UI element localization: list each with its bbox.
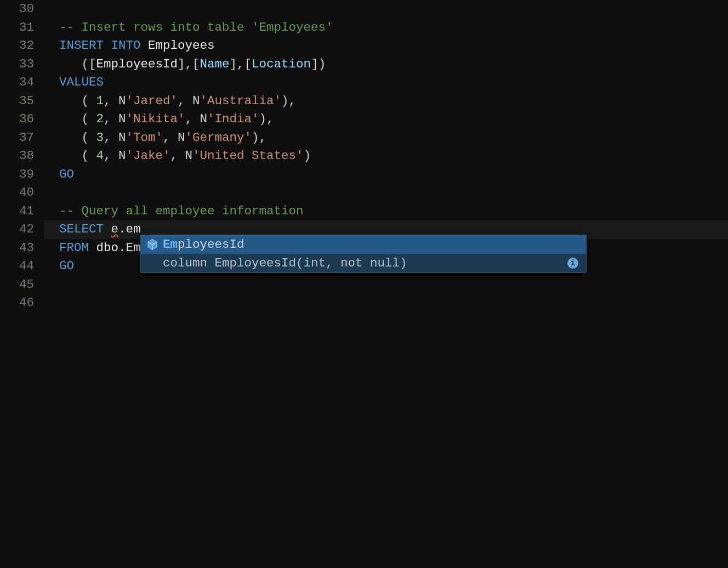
- code-line[interactable]: ( 1, N'Jared', N'Australia'),: [44, 92, 728, 111]
- column-name: Location: [252, 57, 311, 71]
- keyword-insert: INSERT: [59, 38, 104, 53]
- code-line[interactable]: INSERT INTO Employees: [44, 37, 728, 55]
- number-literal: 3: [96, 130, 104, 145]
- code-area[interactable]: -- Insert rows into table 'Employees' IN…: [44, 0, 728, 568]
- suggest-detail-text: column EmployeesId(int, not null): [163, 254, 407, 272]
- suggest-item-label: EmployeesId: [163, 235, 244, 254]
- line-number: 32: [0, 37, 44, 55]
- line-number: 40: [0, 184, 44, 202]
- schema-name: dbo: [96, 241, 119, 255]
- punct: ],[: [230, 57, 252, 71]
- code-line[interactable]: [44, 294, 728, 313]
- line-number: 42: [0, 220, 44, 239]
- column-name: EmployeesId: [96, 57, 178, 71]
- keyword-values: VALUES: [59, 75, 104, 89]
- code-line[interactable]: ( 2, N'Nikita', N'India'),: [44, 110, 728, 129]
- number-literal: 4: [96, 149, 104, 163]
- code-line[interactable]: -- Insert rows into table 'Employees': [44, 19, 728, 37]
- line-number: 34: [0, 73, 44, 92]
- code-line[interactable]: GO: [44, 166, 728, 184]
- keyword-from: FROM: [59, 241, 89, 255]
- line-number: 39: [0, 166, 44, 184]
- line-number-gutter: 30 31 32 33 34 35 36 37 38 39 40 41 42 4…: [0, 0, 44, 568]
- line-number: 46: [0, 294, 44, 313]
- comment-text: -- Query all employee information: [59, 204, 304, 218]
- suggest-match: Em: [163, 237, 178, 252]
- suggest-item[interactable]: EmployeesId: [141, 235, 586, 254]
- code-line[interactable]: -- Query all employee information: [44, 202, 728, 221]
- number-literal: 1: [96, 94, 104, 108]
- line-number: 36: [0, 110, 44, 129]
- string-literal: 'Jared': [126, 94, 178, 108]
- string-literal: 'India': [207, 112, 259, 126]
- code-line[interactable]: VALUES: [44, 73, 728, 92]
- partial-identifier: em: [126, 222, 141, 236]
- line-number: 43: [0, 239, 44, 258]
- table-name: Employees: [148, 38, 215, 53]
- object-name: Em: [126, 241, 141, 255]
- code-line[interactable]: ( 3, N'Tom', N'Germany'),: [44, 129, 728, 147]
- string-literal: 'Australia': [200, 94, 282, 108]
- symbol-field-icon: [145, 238, 160, 251]
- string-literal: 'Nikita': [126, 112, 185, 126]
- suggest-detail: column EmployeesId(int, not null) i: [141, 254, 586, 272]
- line-number: 33: [0, 55, 44, 74]
- keyword-into: INTO: [111, 38, 141, 53]
- alias: e: [111, 222, 119, 236]
- line-number: 37: [0, 129, 44, 147]
- line-number: 38: [0, 147, 44, 166]
- number-literal: 2: [96, 112, 104, 126]
- line-number: 30: [0, 0, 44, 19]
- line-number: 35: [0, 92, 44, 111]
- string-literal: 'United States': [192, 149, 304, 163]
- string-literal: 'Tom': [126, 130, 163, 145]
- line-number: 45: [0, 276, 44, 294]
- comment-text: -- Insert rows into table 'Employees': [59, 20, 333, 35]
- code-line[interactable]: ([EmployeesId],[Name],[Location]): [44, 55, 728, 74]
- suggest-rest: ployeesId: [178, 237, 244, 252]
- suggest-widget[interactable]: EmployeesId column EmployeesId(int, not …: [140, 235, 587, 273]
- keyword-go: GO: [59, 259, 74, 273]
- string-literal: 'Jake': [126, 149, 170, 163]
- code-line[interactable]: [44, 0, 728, 19]
- string-literal: 'Germany': [185, 130, 252, 145]
- column-name: Name: [200, 57, 230, 71]
- code-line[interactable]: [44, 276, 728, 294]
- info-icon[interactable]: i: [567, 258, 578, 269]
- punct: ],[: [178, 57, 200, 71]
- keyword-go: GO: [59, 167, 74, 181]
- code-line[interactable]: ( 4, N'Jake', N'United States'): [44, 147, 728, 166]
- code-line[interactable]: [44, 184, 728, 202]
- line-number: 44: [0, 257, 44, 276]
- keyword-select: SELECT: [59, 222, 104, 236]
- line-number: 31: [0, 19, 44, 37]
- line-number: 41: [0, 202, 44, 221]
- punct: ([: [59, 57, 96, 71]
- punct: ]): [311, 57, 326, 71]
- code-editor[interactable]: 30 31 32 33 34 35 36 37 38 39 40 41 42 4…: [0, 0, 728, 568]
